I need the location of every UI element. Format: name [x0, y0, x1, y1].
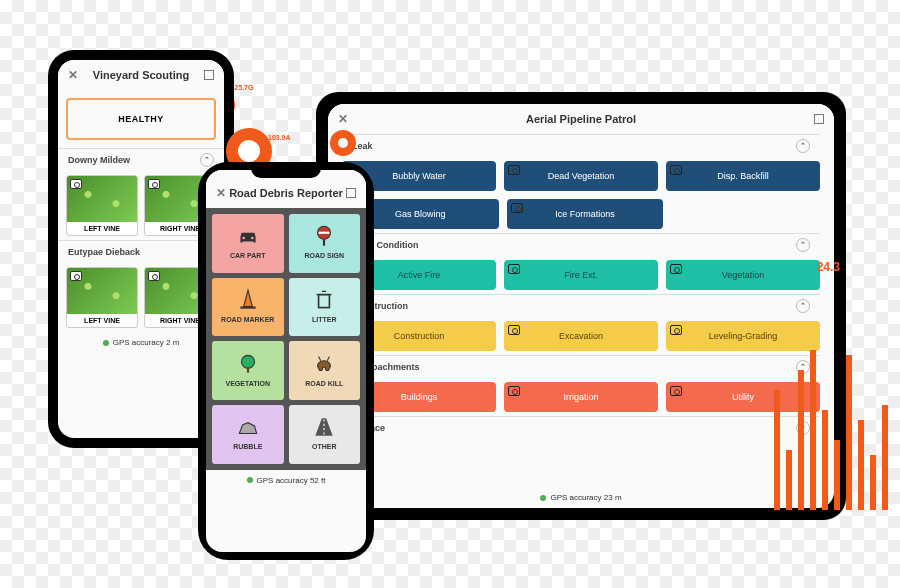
accent-bar: [786, 450, 792, 510]
trash-icon: [311, 287, 337, 316]
chevron-up-icon[interactable]: ⌃: [200, 153, 214, 167]
debris-label: ROAD KILL: [305, 380, 343, 387]
group-header[interactable]: Construction ⌃: [342, 294, 820, 317]
camera-icon: [148, 179, 160, 189]
chip-irrigation[interactable]: Irrigation: [504, 382, 658, 412]
chip-excavation[interactable]: Excavation: [504, 321, 658, 351]
group-name: Downy Mildew: [68, 155, 130, 165]
accent-bar: [834, 440, 840, 510]
camera-icon: [670, 325, 682, 335]
tablet-pipeline: ✕ Aerial Pipeline Patrol Leak ⌃Bubbly Wa…: [316, 92, 846, 520]
debris-road-sign[interactable]: ROAD SIGN: [289, 214, 361, 273]
svg-rect-2: [323, 240, 325, 247]
debris-label: RUBBLE: [233, 443, 262, 450]
chip-fire-ext-[interactable]: Fire Ext.: [504, 260, 658, 290]
tablet-header: ✕ Aerial Pipeline Patrol: [328, 104, 834, 134]
camera-icon: [508, 165, 520, 175]
accent-bar: [798, 370, 804, 510]
camera-icon: [670, 165, 682, 175]
tablet-title: Aerial Pipeline Patrol: [526, 113, 636, 125]
accent-bar: [858, 420, 864, 510]
camera-icon: [511, 203, 523, 213]
debris-litter[interactable]: LITTER: [289, 278, 361, 337]
expand-icon[interactable]: [204, 70, 214, 80]
tree-icon: [235, 351, 261, 380]
vine-label: LEFT VINE: [67, 222, 137, 235]
debris-road-kill[interactable]: ROAD KILL: [289, 341, 361, 400]
group-name: Eutypae Dieback: [68, 247, 140, 257]
accent-bar: [810, 350, 816, 510]
camera-icon: [70, 271, 82, 281]
car-icon: [235, 223, 261, 252]
camera-icon: [508, 325, 520, 335]
close-icon[interactable]: ✕: [338, 112, 348, 126]
group-header[interactable]: Downy Mildew ⌃: [58, 148, 224, 171]
gps-status: GPS accuracy 52 ft: [206, 470, 366, 491]
camera-icon: [148, 271, 160, 281]
accent-bar: [774, 390, 780, 510]
chip-dead-vegetation[interactable]: Dead Vegetation: [504, 161, 658, 191]
expand-icon[interactable]: [346, 188, 356, 198]
rock-icon: [235, 414, 261, 443]
close-icon[interactable]: ✕: [68, 68, 78, 82]
deer-icon: [311, 351, 337, 380]
camera-icon: [70, 179, 82, 189]
vine-card[interactable]: LEFT VINE: [66, 175, 138, 236]
camera-icon: [670, 264, 682, 274]
group-header[interactable]: Leak ⌃: [342, 134, 820, 157]
vine-card[interactable]: LEFT VINE: [66, 267, 138, 328]
phone2-title: Road Debris Reporter: [229, 187, 343, 199]
group-header[interactable]: ROW Condition ⌃: [342, 233, 820, 256]
healthy-button[interactable]: HEALTHY: [66, 98, 216, 140]
debris-label: OTHER: [312, 443, 337, 450]
phone1-header: ✕ Vineyard Scouting: [58, 60, 224, 90]
debris-car-part[interactable]: CAR PART: [212, 214, 284, 273]
svg-point-5: [241, 355, 254, 368]
svg-rect-6: [247, 367, 249, 372]
chevron-up-icon[interactable]: ⌃: [796, 139, 810, 153]
accent-ring-med: [330, 130, 356, 156]
debris-road-marker[interactable]: ROAD MARKER: [212, 278, 284, 337]
svg-rect-1: [319, 232, 330, 234]
chevron-up-icon[interactable]: ⌃: [796, 238, 810, 252]
debris-label: ROAD MARKER: [221, 316, 274, 323]
phone-notch: [251, 162, 321, 178]
accent-bar: [846, 355, 852, 510]
debris-vegetation[interactable]: VEGETATION: [212, 341, 284, 400]
camera-icon: [508, 386, 520, 396]
debris-label: LITTER: [312, 316, 337, 323]
phone-debris: ✕ Road Debris Reporter CAR PART ROAD SIG…: [198, 162, 374, 560]
camera-icon: [508, 264, 520, 274]
vine-label: LEFT VINE: [67, 314, 137, 327]
debris-other[interactable]: OTHER: [289, 405, 361, 464]
close-icon[interactable]: ✕: [216, 186, 226, 200]
debris-label: ROAD SIGN: [304, 252, 344, 259]
bars-value: 24.3: [817, 260, 840, 274]
accent-bar: [882, 405, 888, 510]
svg-rect-3: [240, 306, 255, 308]
group-header[interactable]: Encroachments ⌃: [342, 355, 820, 378]
debris-rubble[interactable]: RUBBLE: [212, 405, 284, 464]
expand-icon[interactable]: [814, 114, 824, 124]
debris-label: CAR PART: [230, 252, 266, 259]
group-header[interactable]: Surface ⌃: [342, 416, 820, 439]
phone1-title: Vineyard Scouting: [93, 69, 189, 81]
road-icon: [311, 414, 337, 443]
cone-icon: [235, 287, 261, 316]
gps-status: GPS accuracy 23 m: [328, 487, 834, 508]
svg-rect-4: [319, 295, 330, 308]
accent-bar: [870, 455, 876, 510]
accent-bars: [774, 280, 888, 510]
accent-bar: [822, 410, 828, 510]
spark-label-2: 103.9A: [268, 134, 291, 141]
camera-icon: [670, 386, 682, 396]
chip-ice-formations[interactable]: Ice Formations: [507, 199, 664, 229]
stop-icon: [311, 223, 337, 252]
debris-label: VEGETATION: [226, 380, 270, 387]
chip-disp-backfill[interactable]: Disp. Backfill: [666, 161, 820, 191]
